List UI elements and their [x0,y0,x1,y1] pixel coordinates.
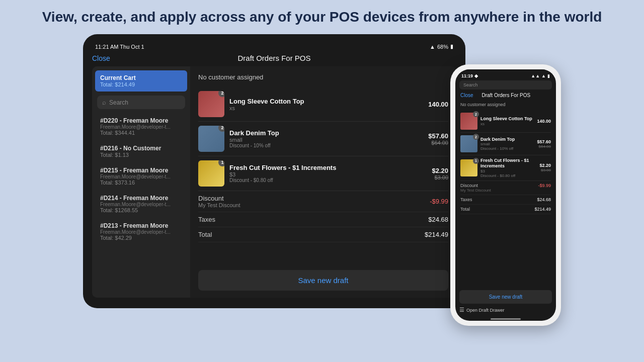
save-new-draft-button[interactable]: Save new draft [198,270,448,291]
phone-item-img-denim: 2 [460,135,477,152]
phone-close-button[interactable]: Close [460,93,473,98]
total-label: Total [198,231,212,238]
sidebar-item-total: Total: $42.29 [100,235,182,241]
discount-line: Discount My Test Discount -$9.99 [198,191,448,212]
sidebar-item-d216[interactable]: #D216 - No Customer Total: $1.13 [95,141,187,162]
discount-sub: My Test Discount [198,202,240,208]
battery-icon: ▮ [450,43,453,50]
sidebar-item-sub: Freeman.Moore@developer-t... [100,124,182,130]
sidebar-item-name: #D213 - Freeman Moore [100,222,182,229]
sidebar-item-current-cart[interactable]: Current Cart Total: $214.49 [95,70,187,92]
phone-item-price: $57.60 [537,139,551,144]
phone-no-customer: No customer assigned [460,102,551,107]
taxes-value: $24.68 [428,216,448,223]
total-line: Total $214.49 [198,227,448,242]
phone-item-price: $2.20 [539,163,551,168]
item-orig-price: $3.00 [432,174,448,180]
tablet-sidebar: Current Cart Total: $214.49 ⌕ Search #D2… [92,66,190,298]
wifi-icon: ▲ [430,44,435,50]
phone-status-icons: ▲▲ ▲ ▮ [531,73,550,78]
item-name: Dark Denim Top [229,129,423,137]
phone-item-flowers: 1 Fresh Cut Flowers - $1 Increments $3 D… [460,155,551,181]
phone-time: 11:19 ◆ [461,73,478,78]
sidebar-item-sub: Freeman.Moore@developer-t... [100,202,182,207]
phone-save-btn-container: Save new draft [459,290,552,304]
sidebar-item-total: Total: $1268.55 [100,207,182,213]
sidebar-item-name: #D216 - No Customer [100,145,182,152]
sidebar-item-total: Total: $344.41 [100,130,182,136]
phone-item-img-shirt: 2 [460,113,477,130]
phone-total-label: Total [460,207,470,212]
sidebar-item-d215[interactable]: #D215 - Freeman Moore Freeman.Moore@deve… [95,163,187,190]
phone-taxes-value: $24.68 [537,197,551,202]
sidebar-search-box[interactable]: ⌕ Search [97,96,185,109]
search-input[interactable]: Search [109,99,128,106]
phone-search-bar[interactable]: Search [459,80,552,89]
phone-item-details-shirt: Long Sleeve Cotton Top xs [480,116,534,126]
save-btn-container: Save new draft [198,265,448,291]
phone-item-badge: 2 [473,111,479,117]
phone-item-sub: $3 [480,169,536,173]
battery-text: 68% [437,44,448,50]
tablet-status-bar: 11:21 AM Thu Oct 1 ▲ 68% ▮ [92,43,456,54]
order-item-denim: 2 Dark Denim Top small Discount - 10% of… [198,122,448,156]
phone-item-discount: Discount - 10% off [480,146,534,151]
phone-item-name: Fresh Cut Flowers - $1 Increments [480,158,536,169]
tablet-header: Close Draft Orders For POS [92,54,456,62]
phone-item-orig-price: $3.00 [539,168,551,172]
phone-item-denim: 2 Dark Denim Top small Discount - 10% of… [460,133,551,155]
tablet-close-button[interactable]: Close [92,54,110,62]
item-orig-price: $64.00 [428,140,448,146]
sidebar-item-total: Total: $1.13 [100,152,182,158]
item-image-flowers: 1 [198,160,224,187]
item-discount-label: Discount - 10% off [229,143,423,148]
item-price: $57.60 [428,132,448,140]
phone-discount-line: Discount My Test Discount -$9.99 [460,181,551,195]
item-size: small [229,137,423,143]
item-discount-label: Discount - $0.80 off [229,177,427,183]
sidebar-item-sub: Freeman.Moore@developer-t... [100,229,182,235]
phone-price-col: 140.00 [537,119,551,124]
sidebar-item-d220[interactable]: #D220 - Freeman Moore Freeman.Moore@deve… [95,113,187,140]
item-image-denim: 2 [198,126,224,152]
phone-total-value: $214.49 [534,207,551,212]
phone-home-indicator [491,318,521,320]
sidebar-item-d214[interactable]: #D214 - Freeman Moore Freeman.Moore@deve… [95,191,187,217]
discount-label-col: Discount My Test Discount [198,195,240,208]
phone-body: No customer assigned 2 Long Sleeve Cotto… [455,100,556,287]
phone-item-img-flowers: 1 [460,159,477,176]
sidebar-item-d213[interactable]: #D213 - Freeman Moore Freeman.Moore@deve… [95,218,187,245]
phone-bottom-bar: ☰ Open Draft Drawer [455,304,556,316]
phone-item-badge: 2 [473,134,479,140]
order-item-shirt: 2 Long Sleeve Cotton Top xs 140.00 [198,87,448,122]
no-customer-label: No customer assigned [198,73,448,81]
battery-icon: ▮ [547,73,550,78]
sidebar-item-sub: Freeman.Moore@developer-t... [100,174,182,179]
phone-inner: 11:19 ◆ ▲▲ ▲ ▮ Search Close Draft Orders… [455,69,556,321]
drawer-text: Open Draft Drawer [466,308,505,313]
phone-discount-value: -$9.99 [538,183,551,193]
phone-item-details-flowers: Fresh Cut Flowers - $1 Increments $3 Dis… [480,158,536,178]
item-details-denim: Dark Denim Top small Discount - 10% off [229,129,423,148]
tablet-title: Draft Orders For POS [237,54,310,62]
discount-label: Discount [198,195,240,202]
order-item-flowers: 1 Fresh Cut Flowers - $1 Increments $3 D… [198,156,448,191]
item-size: xs [229,105,423,111]
phone-price-col: $2.20 $3.00 [539,163,551,172]
phone-header: Close Draft Orders For POS [455,90,556,100]
phone-device: 11:19 ◆ ▲▲ ▲ ▮ Search Close Draft Orders… [450,64,561,326]
phone-save-new-draft-button[interactable]: Save new draft [459,290,552,304]
sidebar-item-total: Total: $373.16 [100,179,182,186]
phone-taxes-label: Taxes [460,197,472,202]
discount-value: -$9.99 [430,198,448,205]
signal-icon: ▲▲ [531,73,540,78]
item-price-col: 140.00 [428,101,448,108]
phone-total-line: Total $214.49 [460,205,551,214]
tablet-status-icons: ▲ 68% ▮ [430,43,453,50]
phone-status-bar: 11:19 ◆ ▲▲ ▲ ▮ [455,69,556,80]
phone-discount-label: Discount [460,183,491,188]
phone-item-discount: Discount - $0.80 off [480,173,536,178]
tablet-device: 11:21 AM Thu Oct 1 ▲ 68% ▮ Close Draft O… [83,34,465,308]
sidebar-item-total: Total: $214.49 [100,81,182,87]
taxes-line: Taxes $24.68 [198,212,448,227]
